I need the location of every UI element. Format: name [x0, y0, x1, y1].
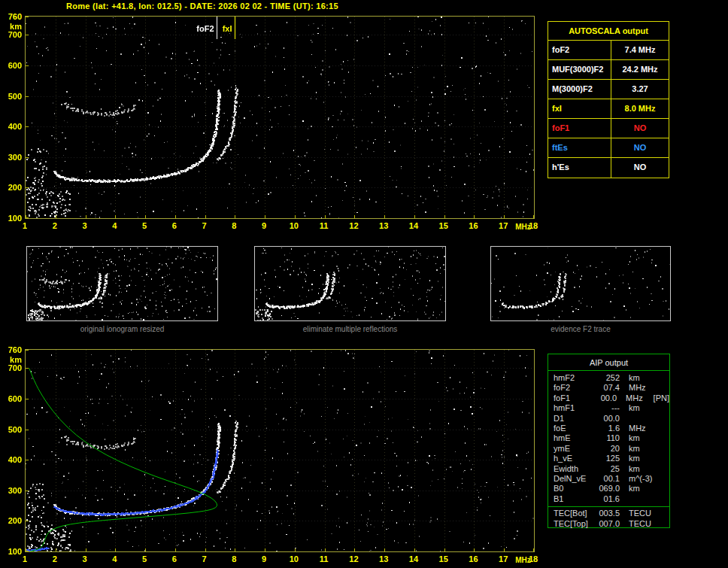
aip-note [654, 433, 657, 443]
x-tick-label: 8 [226, 554, 242, 563]
aip-note [654, 383, 657, 393]
aip-note [654, 414, 657, 424]
aip-value: 003.5 [593, 509, 620, 518]
aip-label: hmF1 [554, 403, 593, 413]
y-tick-label: 700 [2, 364, 22, 372]
autoscala-table-rows: foF27.4 MHzMUF(3000)F224.2 MHzM(3000)F23… [548, 41, 669, 178]
parameter-label: ftEs [548, 138, 611, 157]
autoscala-row: foF27.4 MHz [548, 41, 669, 60]
x-tick-label: 14 [405, 554, 422, 563]
aip-value: 01.6 [593, 494, 620, 504]
aip-value: 00.0 [591, 393, 617, 403]
aip-note [654, 519, 657, 529]
x-tick-label: 4 [106, 554, 123, 563]
aip-unit: TECU [620, 509, 654, 518]
aip-output-table: AIP output hmF2252kmfoF207.4MHzfoF100.0M… [548, 354, 670, 528]
thumbnail-caption: eliminate multiple reflections [254, 325, 446, 333]
parameter-label: h'Es [548, 158, 611, 178]
aip-label: TEC[Top] [554, 519, 593, 529]
x-tick-label: 11 [316, 221, 332, 230]
aip-note [654, 444, 657, 454]
aip-note [654, 509, 657, 518]
y-axis-unit: km [2, 356, 22, 364]
aip-note [654, 454, 657, 463]
aip-value: 20 [593, 444, 620, 454]
aip-note [654, 464, 657, 474]
x-tick-label: 9 [256, 221, 272, 230]
y-tick-label: 200 [2, 184, 22, 192]
aip-row: D100.0 [548, 414, 669, 424]
aip-value: 110 [593, 433, 620, 443]
parameter-label: fxI [548, 99, 611, 118]
aip-label: foE [554, 424, 593, 433]
aip-unit [620, 494, 654, 504]
thumbnail-f2-trace: evidence F2 trace [490, 246, 671, 333]
parameter-value: 3.27 [611, 80, 669, 99]
x-tick-label: 7 [196, 554, 213, 563]
aip-label: D1 [554, 414, 593, 424]
x-tick-label: 17 [495, 221, 511, 230]
bottom-ionogram-plot: 760km70060050040030020010012345678910111… [25, 349, 535, 552]
aip-note [654, 373, 657, 383]
aip-value: 252 [593, 373, 620, 383]
x-tick-label: 10 [286, 221, 302, 230]
aip-row: TEC[Bot]003.5TECU [548, 509, 669, 518]
thumbnail-caption: evidence F2 trace [490, 325, 671, 333]
aip-row: hmE110km [548, 433, 669, 443]
x-tick-label: 10 [286, 554, 302, 563]
aip-note [654, 403, 657, 413]
x-tick-label: 15 [435, 554, 452, 563]
aip-label: Ewidth [554, 464, 593, 474]
aip-label: h_vE [554, 454, 593, 463]
aip-row: foF207.4MHz [548, 383, 669, 393]
aip-label: B0 [554, 484, 593, 494]
aip-row: DelN_vE00.1m^(-3) [548, 474, 669, 484]
x-axis-unit: MHz [515, 223, 531, 231]
y-tick-label: 760 [2, 346, 22, 354]
aip-unit: km [620, 403, 654, 413]
aip-label: B1 [554, 494, 593, 504]
y-tick-label: 500 [2, 426, 22, 434]
aip-unit: MHz [620, 424, 654, 433]
autoscala-window: Rome (lat: +41.8, lon: 012.5) - DATE: 20… [0, 0, 728, 568]
aip-row: TEC[Top]007.0TECU [548, 519, 669, 529]
y-tick-label: 500 [2, 93, 22, 101]
x-tick-label: 12 [345, 221, 362, 230]
aip-unit: MHz [617, 393, 651, 403]
thumbnail-canvas [26, 246, 218, 321]
aip-value: 1.6 [593, 424, 620, 433]
aip-label: ymE [554, 444, 593, 454]
aip-unit: TECU [620, 519, 654, 529]
aip-note: [PN] [651, 393, 669, 403]
aip-value: 00.1 [593, 474, 620, 484]
y-tick-label: 600 [2, 62, 22, 70]
x-tick-label: 1 [17, 221, 33, 230]
x-tick-label: 17 [495, 554, 511, 563]
aip-row: ymE20km [548, 444, 669, 454]
y-axis-unit: km [2, 23, 22, 31]
aip-row: foF100.0MHz[PN] [548, 393, 669, 403]
parameter-label: foF2 [548, 41, 611, 59]
y-tick-label: 600 [2, 395, 22, 403]
x-tick-label: 14 [405, 221, 422, 230]
x-tick-label: 16 [465, 554, 481, 563]
aip-unit: km [620, 464, 654, 474]
parameter-value: NO [611, 158, 669, 178]
y-tick-label: 400 [2, 123, 22, 131]
parameter-label: M(3000)F2 [548, 80, 611, 99]
autoscala-row: ftEsNO [548, 138, 669, 158]
x-tick-label: 7 [196, 221, 213, 230]
aip-label: DelN_vE [554, 474, 593, 484]
aip-value: 25 [593, 464, 620, 474]
x-tick-label: 1 [17, 554, 33, 563]
x-tick-label: 13 [375, 221, 392, 230]
x-tick-label: 2 [47, 554, 63, 563]
top-ionogram-plot: 760km70060050040030020010012345678910111… [25, 16, 535, 219]
y-tick-label: 300 [2, 487, 22, 495]
x-tick-label: 9 [256, 554, 272, 563]
aip-row: B101.6 [548, 494, 669, 504]
aip-tec-rows: TEC[Bot]003.5TECUTEC[Top]007.0TECU [548, 507, 669, 529]
aip-unit [620, 414, 654, 424]
x-tick-label: 6 [166, 554, 183, 563]
parameter-label: MUF(3000)F2 [548, 60, 611, 79]
